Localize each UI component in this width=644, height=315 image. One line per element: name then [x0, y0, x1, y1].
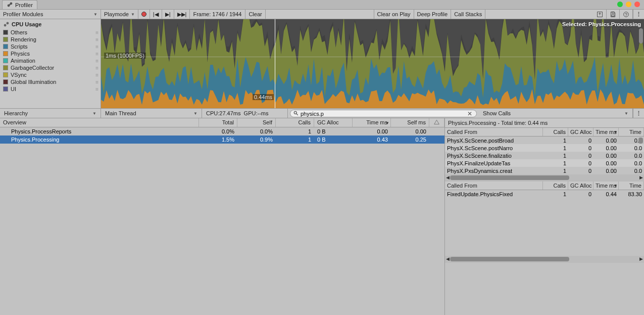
drag-handle-icon[interactable]: ≡: [95, 37, 97, 42]
traffic-green[interactable]: [617, 2, 623, 7]
detail-mode-dropdown[interactable]: Show Calls ▼: [479, 109, 633, 118]
legend-label: Global Illumination: [11, 79, 57, 85]
legend-item[interactable]: VSync≡: [0, 71, 101, 78]
detail-row[interactable]: FixedUpdate.PhysicsFixed 1 0 0.44 83.30: [445, 190, 644, 198]
drag-handle-icon[interactable]: ≡: [95, 58, 97, 64]
dcol-time[interactable]: Time ms▼: [593, 182, 619, 190]
legend-item[interactable]: GarbageCollector≡: [0, 64, 101, 71]
profiler-modules-dropdown[interactable]: Profiler Modules ▼: [0, 10, 101, 19]
dcol-gc[interactable]: GC Alloc: [568, 128, 593, 136]
search-input[interactable]: [301, 111, 464, 117]
clear-button[interactable]: Clear: [245, 10, 265, 19]
record-button[interactable]: [138, 10, 150, 19]
detail-row[interactable]: PhysX.PxsDynamics.creat 1 0 0.00 0.0: [445, 167, 644, 174]
detail-hscroll-2[interactable]: ◀▶: [445, 256, 644, 263]
row-name: Physics.Processing: [0, 137, 199, 143]
drag-handle-icon[interactable]: ≡: [95, 30, 97, 35]
search-clear-button[interactable]: ✕: [466, 110, 473, 117]
deep-profile-button[interactable]: Deep Profile: [414, 10, 452, 19]
detail-vscroll-1[interactable]: [638, 138, 643, 144]
detail-row[interactable]: PhysX.ScScene.postNarro 1 0 0.00 0.0: [445, 144, 644, 152]
legend-item[interactable]: Physics≡: [0, 50, 101, 57]
dcol-calledfrom[interactable]: Called From: [445, 128, 543, 136]
help-button[interactable]: ?: [620, 10, 633, 19]
legend-item[interactable]: Scripts≡: [0, 43, 101, 50]
dcol-calledfrom[interactable]: Called From: [445, 182, 543, 190]
legend-swatch: [3, 72, 8, 77]
col-warning[interactable]: [429, 118, 444, 127]
chart-scrollbar[interactable]: [639, 28, 643, 43]
load-button[interactable]: [593, 10, 607, 19]
dcol-calls[interactable]: Calls: [543, 128, 568, 136]
legend-swatch: [3, 44, 8, 49]
dcol-pct[interactable]: Time: [619, 182, 644, 190]
frame-prev-button[interactable]: |◀: [150, 10, 162, 19]
thread-dropdown[interactable]: Main Thread ▼: [101, 109, 202, 118]
detail-header-1: Called From Calls GC Alloc Time ms▼ Time: [445, 128, 644, 137]
frame-last-button[interactable]: ▶▶|: [174, 10, 190, 19]
col-selfms[interactable]: Self ms: [391, 118, 429, 127]
legend-item[interactable]: Animation≡: [0, 57, 101, 64]
drag-handle-icon[interactable]: ≡: [95, 79, 97, 85]
frame-next-button[interactable]: ▶|: [162, 10, 174, 19]
svg-point-8: [4, 24, 7, 27]
legend-label: Animation: [11, 58, 35, 64]
help-icon: ?: [623, 11, 629, 18]
save-button[interactable]: [607, 10, 620, 19]
col-total[interactable]: Total: [199, 118, 237, 127]
detail-body-1: PhysX.ScScene.postBroad 1 0 0.00 0.0Phys…: [445, 137, 644, 174]
module-title[interactable]: CPU Usage: [0, 19, 101, 29]
sort-desc-icon: ▼: [385, 121, 389, 125]
dcol-pct[interactable]: Time: [619, 128, 644, 136]
col-self[interactable]: Self: [237, 118, 276, 127]
module-sidebar: CPU Usage Others≡Rendering≡Scripts≡Physi…: [0, 19, 101, 108]
drag-handle-icon[interactable]: ≡: [95, 86, 97, 92]
legend-label: GarbageCollector: [11, 65, 54, 71]
cpu-icon: [3, 21, 10, 27]
menu-button[interactable]: ⋮: [633, 10, 644, 19]
view-mode-dropdown[interactable]: Hierarchy ▼: [0, 109, 101, 118]
legend-item[interactable]: Rendering≡: [0, 36, 101, 43]
call-stacks-button[interactable]: Call Stacks: [451, 10, 485, 19]
drag-handle-icon[interactable]: ≡: [95, 44, 97, 50]
drag-handle-icon[interactable]: ≡: [95, 65, 97, 71]
hierarchy-row[interactable]: Physics.Processing 1.5% 0.9% 1 0 B 0.43 …: [0, 136, 444, 144]
drag-handle-icon[interactable]: ≡: [95, 72, 97, 78]
svg-text:?: ?: [625, 12, 627, 17]
hierarchy-row[interactable]: Physics.ProcessReports 0.0% 0.0% 1 0 B 0…: [0, 127, 444, 136]
detail-row[interactable]: PhysX.FinalizeUpdateTas 1 0 0.00 0.0: [445, 159, 644, 167]
chevron-down-icon: ▼: [93, 12, 97, 17]
detail-pane: Physics.Processing - Total time: 0.44 ms…: [444, 118, 644, 315]
cpu-chart[interactable]: 1ms (1000FPS) 0.44ms Selected: Physics.P…: [101, 19, 644, 108]
legend-label: VSync: [11, 72, 27, 78]
scrub-value: 0.44ms: [253, 94, 274, 100]
legend-item[interactable]: Global Illumination≡: [0, 78, 101, 85]
detail-row[interactable]: PhysX.ScScene.postBroad 1 0 0.00 0.0: [445, 137, 644, 144]
col-timems[interactable]: Time ms▼: [353, 118, 391, 127]
drag-handle-icon[interactable]: ≡: [95, 51, 97, 57]
frame-label: Frame: 1746 / 1944: [190, 10, 245, 19]
tab-profiler[interactable]: Profiler: [2, 0, 37, 9]
playmode-dropdown[interactable]: Playmode ▼: [101, 10, 138, 19]
col-calls[interactable]: Calls: [276, 118, 314, 127]
legend-swatch: [3, 30, 8, 35]
traffic-yellow[interactable]: [626, 2, 631, 7]
detail-header-2: Called From Calls GC Alloc Time ms▼ Time: [445, 182, 644, 190]
hierarchy-menu-button[interactable]: ⋮: [633, 109, 644, 118]
dcol-calls[interactable]: Calls: [543, 182, 568, 190]
traffic-red[interactable]: [634, 2, 640, 7]
detail-row[interactable]: PhysX.ScScene.finalizatio 1 0 0.00 0.0: [445, 152, 644, 159]
hierarchy-pane: Overview Total Self Calls GC Alloc Time …: [0, 118, 444, 315]
legend-item[interactable]: Others≡: [0, 29, 101, 36]
col-gcalloc[interactable]: GC Alloc: [314, 118, 353, 127]
dcol-time[interactable]: Time ms▼: [593, 128, 619, 136]
col-overview[interactable]: Overview: [0, 118, 199, 127]
dcol-gc[interactable]: GC Alloc: [568, 182, 593, 190]
scrub-line[interactable]: [275, 19, 275, 108]
legend-swatch: [3, 51, 8, 56]
search-box[interactable]: ✕: [290, 110, 477, 117]
detail-hscroll-1[interactable]: ◀▶: [445, 174, 644, 182]
hierarchy-body: Physics.ProcessReports 0.0% 0.0% 1 0 B 0…: [0, 127, 444, 315]
legend-item[interactable]: UI≡: [0, 85, 101, 93]
clear-on-play-button[interactable]: Clear on Play: [374, 10, 414, 19]
